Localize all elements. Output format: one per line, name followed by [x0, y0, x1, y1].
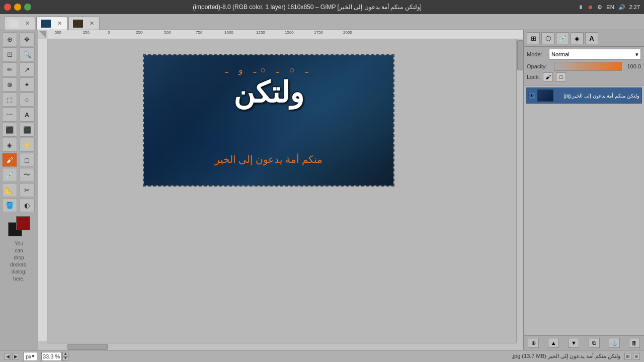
opacity-row: Opacity: 100.0 — [527, 62, 641, 71]
tool-crop[interactable]: ⊡ — [2, 47, 17, 61]
right-tool-clone[interactable]: ◈ — [571, 32, 584, 44]
horizontal-scrollbar[interactable] — [47, 343, 516, 350]
ruler-v-tick: 0 — [38, 279, 39, 281]
close-button[interactable] — [4, 4, 11, 11]
tab-bar: ✕ ✕ ✕ — [0, 14, 644, 30]
settings-icon: ⚙ — [597, 4, 602, 11]
tab-0[interactable]: ✕ — [4, 17, 35, 30]
statusbar-expand[interactable]: ⊕ — [633, 353, 640, 360]
tool-ellipse[interactable]: ○ — [20, 93, 35, 107]
opacity-slider[interactable] — [554, 62, 622, 71]
tab-thumb-2 — [73, 20, 83, 28]
nav-prev[interactable]: ◀ — [4, 353, 11, 360]
tool-scissors[interactable]: ✂ — [20, 183, 35, 197]
tool-eraser[interactable]: ◻ — [20, 153, 35, 167]
layers-list: 👁 ولتكن منكم أمة يدعون إلى الخير.jpg — [524, 85, 644, 335]
layer-delete-icon[interactable]: 🗑 — [629, 338, 640, 348]
tool-pencil[interactable]: ✏ — [2, 62, 17, 76]
record-icon: ⏺ — [588, 4, 593, 10]
tab-thumb-1 — [41, 20, 51, 28]
toolbox: ⊕ ✥ ⊡ 🔍 ✏ ↗ ⊗ ✦ ⬚ ○ 〰 A ⬛ ⬛ ◈ ⚡ 🖌 ◻ — [0, 30, 38, 350]
layer-lower-icon[interactable]: ▼ — [568, 338, 579, 348]
ruler-tick: 250 — [136, 30, 142, 35]
right-tool-text[interactable]: A — [585, 32, 598, 44]
image-canvas: ـ ○ ـ ○ـ و ـ ولتكن منكم أمة يدعون إلى ال… — [143, 54, 394, 187]
zoom-value[interactable]: 33.3 % — [41, 352, 61, 361]
lock-paint-icon[interactable]: 🖌 — [543, 72, 553, 81]
ruler-tick: 1250 — [256, 30, 265, 35]
layer-new-icon[interactable]: ⊕ — [528, 338, 539, 348]
toolbox-hint: Youcandropdockab.dialog:here. — [2, 240, 36, 283]
canvas-area[interactable]: -500 -250 0 250 500 750 1000 1250 1500 1… — [38, 30, 523, 350]
ruler-tick: -250 — [82, 30, 90, 35]
layer-anchor-icon[interactable]: ⚓ — [609, 338, 620, 348]
tool-zoom[interactable]: 🔍 — [20, 47, 35, 61]
tool-dodge[interactable]: ◐ — [20, 198, 35, 212]
ruler-tick: -500 — [53, 30, 61, 35]
tool-text[interactable]: A — [20, 108, 35, 122]
tool-new[interactable]: ⊕ — [2, 32, 17, 46]
layer-duplicate-icon[interactable]: ⧉ — [589, 338, 600, 348]
ruler-corner[interactable] — [38, 30, 47, 39]
foreground-color-swatch[interactable] — [16, 216, 30, 230]
tool-transform[interactable]: ⊗ — [2, 77, 17, 92]
tab-1[interactable]: ✕ — [36, 17, 67, 30]
right-tool-layers[interactable]: ⊞ — [527, 32, 540, 44]
vertical-scroll-thumb[interactable] — [517, 40, 523, 70]
tool-bucket[interactable]: 🪣 — [2, 198, 17, 212]
minimize-button[interactable] — [14, 4, 21, 11]
tab-close-0[interactable]: ✕ — [24, 20, 31, 27]
ruler-tick: 2000 — [343, 30, 352, 35]
mode-label: Mode: — [527, 51, 547, 57]
tool-colorpick[interactable]: 💉 — [2, 168, 17, 182]
horizontal-scroll-thumb[interactable] — [67, 344, 108, 350]
layer-item[interactable]: 👁 ولتكن منكم أمة يدعون إلى الخير.jpg — [526, 87, 642, 104]
ruler-tick: 500 — [164, 30, 171, 35]
statusbar-icons: ⊞ ⊕ — [624, 353, 640, 360]
color-swatches — [8, 216, 30, 236]
layer-raise-icon[interactable]: ▲ — [548, 338, 559, 348]
opacity-value: 100.0 — [624, 63, 641, 69]
nav-next[interactable]: ▶ — [12, 353, 19, 360]
tool-rect-select[interactable]: ⬚ — [2, 93, 17, 107]
statusbar-zoom-fit[interactable]: ⊞ — [624, 353, 631, 360]
titlebar: (imported)-8.0 (RGB color, 1 layer) 1610… — [0, 0, 644, 14]
tab-close-2[interactable]: ✕ — [88, 20, 95, 27]
ruler-tick: 1000 — [224, 30, 233, 35]
tool-path[interactable]: 〰 — [2, 108, 17, 122]
ruler-tick-zero: 0 — [108, 30, 110, 35]
clock: 2:27 — [629, 4, 640, 10]
tool-perspective[interactable]: ⬛ — [20, 123, 35, 137]
right-tool-paths[interactable]: ⬡ — [541, 32, 554, 44]
nav-arrows: ◀ ▶ — [4, 353, 19, 360]
tool-move[interactable]: ✥ — [20, 32, 35, 46]
layer-thumbnail — [537, 89, 553, 102]
tab-close-1[interactable]: ✕ — [56, 20, 63, 27]
tool-star[interactable]: ✦ — [20, 77, 35, 92]
ruler-tick: 1750 — [314, 30, 323, 35]
tab-2[interactable]: ✕ — [68, 17, 100, 30]
unit-value: px — [26, 353, 32, 359]
tool-measure[interactable]: 📐 — [2, 183, 17, 197]
lock-alpha-icon[interactable]: □ — [556, 72, 566, 81]
tool-clone[interactable]: ◈ — [2, 138, 17, 152]
vertical-ruler: 0 100 — [38, 39, 47, 341]
status-bar: ◀ ▶ px ▾ 33.3 % ▲ ▼ ولتكن منكم أمة يدعون… — [0, 350, 644, 362]
tool-heal[interactable]: ⚡ — [20, 138, 35, 152]
zoom-down[interactable]: ▼ — [62, 356, 68, 361]
right-tool-colorpick[interactable]: 💉 — [556, 32, 569, 44]
layer-visibility-toggle[interactable]: 👁 — [528, 92, 535, 99]
tool-brush[interactable]: 🖌 — [2, 153, 17, 167]
mode-dropdown[interactable]: Normal ▾ — [549, 49, 641, 60]
pause-icon: ⏸ — [578, 4, 584, 10]
tool-fill[interactable]: ⬛ — [2, 123, 17, 137]
arabic-sub-text: منكم أمة يدعون إلى الخير — [215, 153, 323, 165]
tool-arrow[interactable]: ↗ — [20, 62, 35, 76]
tool-smudge[interactable]: 〜 — [20, 168, 35, 182]
unit-selector[interactable]: px ▾ — [23, 352, 37, 361]
right-panel: ⊞ ⬡ 💉 ◈ A Mode: Normal ▾ Opacity: 100.0 … — [523, 30, 644, 350]
maximize-button[interactable] — [24, 4, 31, 11]
right-panel-top-icons: ⊞ ⬡ 💉 ◈ A — [524, 30, 644, 47]
canvas-viewport[interactable]: ـ ○ ـ ○ـ و ـ ولتكن منكم أمة يدعون إلى ال… — [47, 39, 516, 343]
vertical-scrollbar[interactable] — [516, 39, 523, 343]
